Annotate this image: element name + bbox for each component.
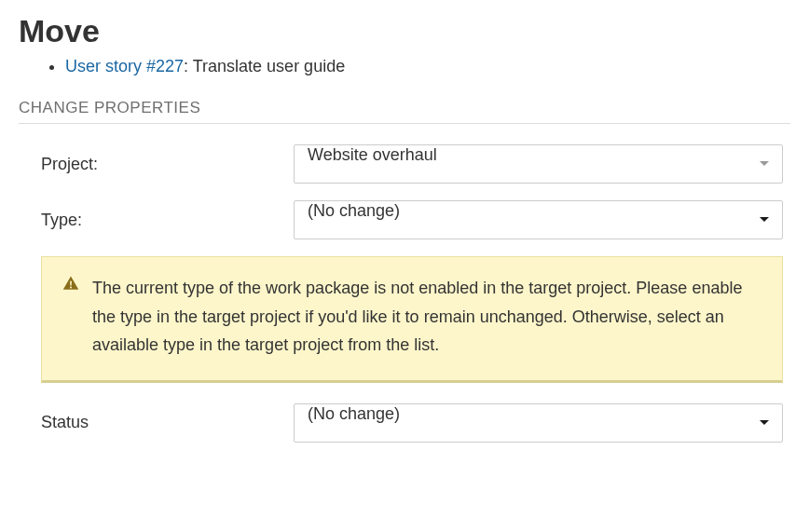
breadcrumb: User story #227: Translate user guide	[19, 57, 790, 76]
warning-text: The current type of the work package is …	[92, 274, 761, 360]
page-title: Move	[19, 13, 790, 49]
breadcrumb-link[interactable]: User story #227	[65, 57, 184, 75]
select-project[interactable]: Website overhaul	[294, 144, 783, 184]
warning-icon	[62, 275, 79, 360]
row-project: Project: Website overhaul	[19, 144, 790, 184]
section-header-change-properties: CHANGE PROPERTIES	[19, 99, 790, 124]
select-status[interactable]: (No change)	[294, 403, 783, 443]
label-status: Status	[19, 413, 294, 432]
label-project: Project:	[19, 155, 294, 174]
breadcrumb-item: User story #227: Translate user guide	[65, 57, 790, 76]
breadcrumb-tail: : Translate user guide	[184, 57, 345, 75]
label-type: Type:	[19, 211, 294, 230]
row-status: Status (No change)	[19, 403, 790, 443]
select-type[interactable]: (No change)	[294, 200, 783, 239]
row-type: Type: (No change)	[19, 200, 790, 239]
warning-box: The current type of the work package is …	[41, 256, 783, 383]
